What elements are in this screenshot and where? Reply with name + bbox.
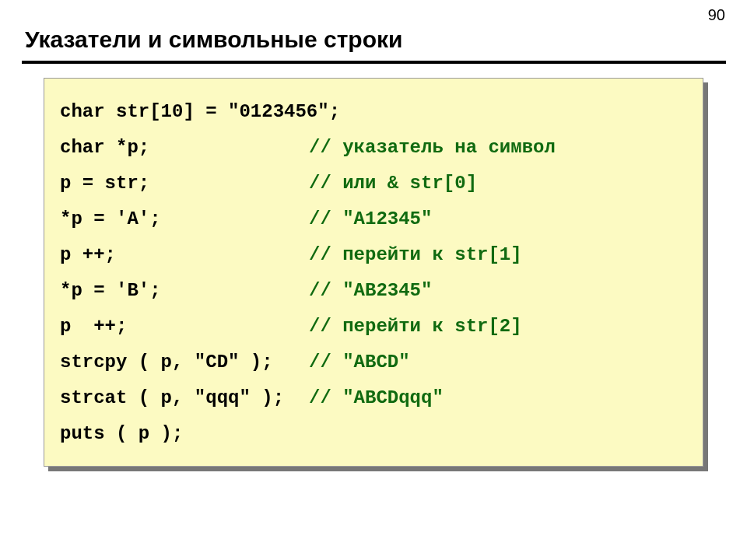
code-line: *p = 'A';// "A12345": [60, 201, 703, 237]
code-line: char *p;// указатель на символ: [60, 130, 703, 166]
code-comment: // "AB2345": [309, 273, 432, 309]
code-comment: // "A12345": [309, 201, 432, 237]
code-comment: // "ABCD": [309, 345, 410, 380]
code-line: char str[10] = "0123456";: [60, 94, 703, 130]
code-block: char str[10] = "0123456"; char *p;// ука…: [44, 78, 703, 467]
code-line: *p = 'B';// "AB2345": [60, 273, 703, 309]
title-underline: [22, 61, 726, 64]
slide-title: Указатели и символьные строки: [25, 26, 402, 53]
code-stmt: char str[10] = "0123456";: [60, 94, 340, 130]
code-comment: // указатель на символ: [309, 130, 556, 166]
code-comment: // перейти к str[2]: [309, 309, 522, 345]
code-stmt: strcpy ( p, "CD" );: [60, 345, 309, 380]
code-stmt: p ++;: [60, 237, 309, 273]
code-stmt: *p = 'A';: [60, 201, 309, 237]
code-line: strcat ( p, "qqq" );// "ABCDqqq": [60, 380, 703, 416]
code-line: strcpy ( p, "CD" );// "ABCD": [60, 345, 703, 380]
code-stmt: puts ( p );: [60, 416, 309, 452]
code-line: p = str;// или & str[0]: [60, 166, 703, 201]
code-block-body: char str[10] = "0123456"; char *p;// ука…: [44, 78, 703, 467]
code-comment: // или & str[0]: [309, 166, 477, 201]
code-line: p ++;// перейти к str[2]: [60, 309, 703, 345]
code-stmt: p = str;: [60, 166, 309, 201]
page-number: 90: [708, 6, 725, 24]
code-stmt: strcat ( p, "qqq" );: [60, 380, 309, 416]
code-comment: // перейти к str[1]: [309, 237, 522, 273]
code-line: p ++;// перейти к str[1]: [60, 237, 703, 273]
code-line: puts ( p );: [60, 416, 703, 452]
code-stmt: p ++;: [60, 309, 309, 345]
code-stmt: char *p;: [60, 130, 309, 166]
code-stmt: *p = 'B';: [60, 273, 309, 309]
code-comment: // "ABCDqqq": [309, 380, 444, 416]
